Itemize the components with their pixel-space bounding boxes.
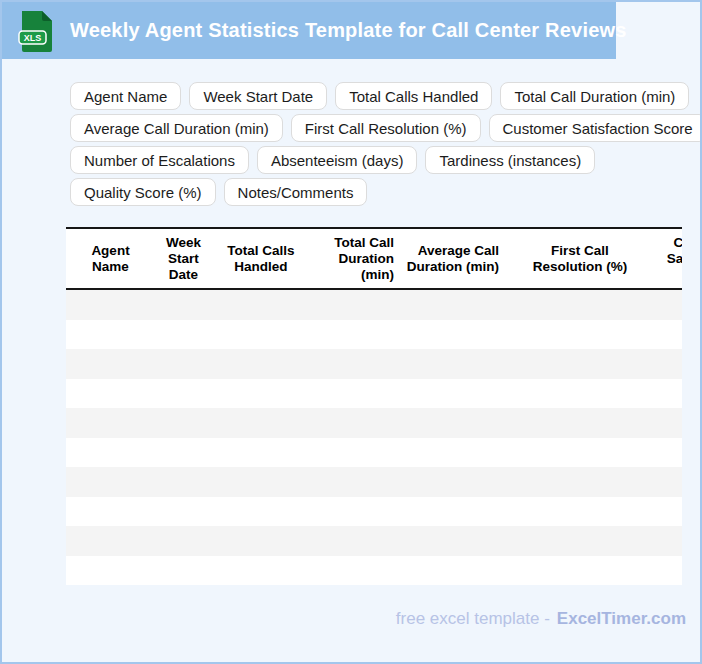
page-title: Weekly Agent Statistics Template for Cal…: [70, 19, 627, 42]
table-row: [66, 379, 682, 409]
table-row: [66, 526, 682, 556]
table-row: [66, 349, 682, 379]
table-row: [66, 556, 682, 586]
table-row: [66, 467, 682, 497]
chip-row: Average Call Duration (min) First Call R…: [70, 114, 690, 142]
page: XLS Weekly Agent Statistics Template for…: [0, 0, 702, 664]
col-header-first-call-resolution: First Call Resolution (%): [505, 243, 655, 275]
table-row: [66, 290, 682, 320]
chip-row: Number of Escalations Absenteeism (days)…: [70, 146, 690, 174]
chip-number-of-escalations[interactable]: Number of Escalations: [70, 146, 249, 174]
chip-total-calls-handled[interactable]: Total Calls Handled: [335, 82, 492, 110]
col-header-average-call-duration: Average Call Duration (min): [400, 243, 505, 275]
chip-first-call-resolution[interactable]: First Call Resolution (%): [291, 114, 481, 142]
table-row: [66, 408, 682, 438]
chip-quality-score[interactable]: Quality Score (%): [70, 178, 216, 206]
chip-tardiness[interactable]: Tardiness (instances): [425, 146, 595, 174]
col-header-total-call-duration: Total Call Duration (min): [310, 235, 400, 283]
table-body: [66, 290, 682, 585]
chip-average-call-duration[interactable]: Average Call Duration (min): [70, 114, 283, 142]
title-banner: XLS Weekly Agent Statistics Template for…: [2, 2, 616, 59]
chip-agent-name[interactable]: Agent Name: [70, 82, 181, 110]
chip-total-call-duration[interactable]: Total Call Duration (min): [500, 82, 689, 110]
col-header-customer-satisfaction: Customer Satisfaction Score: [655, 235, 682, 283]
xls-icon-label: XLS: [24, 33, 42, 43]
table-row: [66, 438, 682, 468]
footer: free excel template -ExcelTimer.com: [396, 609, 686, 629]
chip-notes-comments[interactable]: Notes/Comments: [224, 178, 368, 206]
table-header-row: Agent Name Week Start Date Total Calls H…: [66, 227, 682, 290]
chip-row: Quality Score (%) Notes/Comments: [70, 178, 690, 206]
chip-row: Agent Name Week Start Date Total Calls H…: [70, 82, 690, 110]
col-header-week-start-date: Week Start Date: [155, 235, 212, 283]
chip-absenteeism[interactable]: Absenteeism (days): [257, 146, 418, 174]
col-header-total-calls-handled: Total Calls Handled: [212, 243, 310, 275]
table-row: [66, 497, 682, 527]
col-header-agent-name: Agent Name: [66, 243, 155, 275]
footer-text: free excel template -: [396, 609, 550, 628]
footer-brand-link[interactable]: ExcelTimer.com: [557, 609, 686, 628]
spreadsheet-inner: Agent Name Week Start Date Total Calls H…: [66, 227, 682, 585]
chip-week-start-date[interactable]: Week Start Date: [189, 82, 327, 110]
table-row: [66, 320, 682, 350]
chip-customer-satisfaction-score[interactable]: Customer Satisfaction Score: [489, 114, 702, 142]
column-chip-list: Agent Name Week Start Date Total Calls H…: [70, 82, 690, 210]
xls-file-icon: XLS: [18, 10, 54, 52]
spreadsheet-preview: Agent Name Week Start Date Total Calls H…: [66, 227, 682, 585]
